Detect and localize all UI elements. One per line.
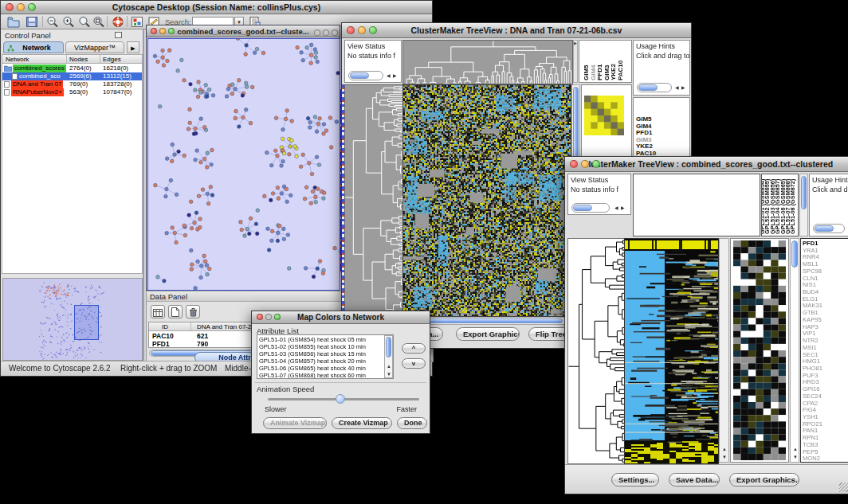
network-row-dna-tran[interactable]: DNA and Tran 07 769(0) 183728(0)	[2, 80, 142, 88]
zoom-heatmap-canvas[interactable]	[733, 240, 786, 460]
export-graphics-button[interactable]: Export Graphics...	[456, 327, 520, 341]
resize-grip[interactable]	[839, 483, 848, 492]
attribute-list-item[interactable]: GPL51-02 (GSM855) heat shock 10 min	[257, 343, 383, 350]
network-overview[interactable]	[2, 278, 143, 361]
zoom-button[interactable]	[274, 314, 281, 320]
heatmap-canvas[interactable]	[402, 84, 571, 317]
scroll-right-icon[interactable]: ▶	[621, 203, 625, 213]
close-button[interactable]	[6, 3, 14, 11]
network-row-combined-scores[interactable]: combined_scores 2764(0) 16218(0)	[2, 64, 142, 72]
float-panel-icon[interactable]	[115, 32, 122, 38]
tab-network[interactable]: Network	[3, 41, 64, 53]
scroll-right-icon[interactable]: ▶	[393, 71, 397, 80]
attribute-list-scrollbar[interactable]: ▲ ▼	[384, 335, 393, 378]
overview-canvas[interactable]	[3, 279, 142, 360]
zoom-button[interactable]	[332, 29, 338, 36]
col-edges[interactable]: Edges	[103, 55, 121, 64]
column-dendrogram-area[interactable]	[633, 174, 760, 236]
new-attribute-button[interactable]	[168, 305, 183, 318]
settings-button[interactable]: Settings...	[611, 473, 659, 486]
col-network[interactable]: Network	[6, 55, 29, 64]
zoom-in-icon[interactable]	[62, 16, 75, 28]
row-dendrogram-canvas[interactable]	[344, 84, 403, 317]
dialog-title-bar[interactable]: Map Colors to Network	[252, 311, 430, 324]
correlation-matrix-canvas[interactable]	[584, 96, 624, 135]
move-up-button[interactable]: ^	[402, 343, 426, 354]
done-button[interactable]: Done	[397, 417, 427, 429]
column-label[interactable]: PFD1	[596, 64, 603, 80]
column-labels-vscrollbar[interactable]	[799, 174, 808, 236]
scroll-left-icon[interactable]: ◀	[387, 71, 391, 80]
tab-vizmapper[interactable]: VizMapper™	[65, 41, 124, 53]
close-button[interactable]	[314, 29, 320, 36]
animation-speed-slider[interactable]	[268, 398, 419, 400]
column-label[interactable]: YKE2	[610, 64, 617, 80]
row-dendrogram-canvas[interactable]	[567, 238, 625, 464]
global-heatmap-canvas[interactable]	[624, 238, 719, 464]
minimize-button[interactable]	[159, 28, 166, 34]
column-label[interactable]: GPL51-08 (GSM872)	[789, 179, 796, 234]
column-label[interactable]: PAC10	[617, 61, 624, 80]
scroll-down-icon[interactable]: ▼	[793, 452, 798, 462]
slider-thumb[interactable]	[336, 394, 345, 404]
treeview2-title-bar[interactable]: ClusterMaker TreeView : combined_scores_…	[565, 157, 848, 172]
status-scrollbar[interactable]	[348, 71, 383, 80]
network-row-rnapuber[interactable]: RNAPuberNov2+ 563(0) 107847(0)	[2, 88, 142, 96]
id-column-header[interactable]: ID	[162, 322, 168, 331]
col-nodes[interactable]: Nodes	[69, 55, 88, 64]
select-attributes-button[interactable]	[151, 305, 165, 318]
export-graphics-button[interactable]: Export Graphics...	[729, 473, 799, 486]
scroll-left-icon[interactable]: ◀	[614, 203, 618, 213]
scroll-down-icon[interactable]: ▼	[387, 369, 391, 379]
overview-viewport-rect[interactable]	[74, 305, 99, 340]
zoom-button[interactable]	[369, 26, 377, 34]
save-icon[interactable]	[26, 16, 38, 28]
dendrogram-splitter[interactable]: ▶	[573, 40, 578, 83]
delete-attribute-button[interactable]	[186, 305, 200, 318]
move-down-button[interactable]: v	[402, 358, 426, 369]
global-vscrollbar[interactable]: ▲ ▼	[719, 238, 729, 463]
zoom-fit-icon[interactable]	[78, 16, 91, 28]
main-title-bar[interactable]: Cytoscape Desktop (Session Name: collins…	[1, 1, 432, 14]
minimize-button[interactable]	[358, 26, 366, 34]
gene-list-vscrollbar[interactable]: ▲ ▼	[790, 238, 799, 463]
minimize-button[interactable]	[581, 160, 589, 168]
close-button[interactable]	[151, 28, 157, 34]
minimize-button[interactable]	[17, 3, 25, 11]
network-frame[interactable]: combined_scores_good.txt--cluste...	[146, 25, 340, 291]
zoom-button[interactable]	[168, 28, 175, 34]
status-scrollbar[interactable]	[571, 203, 610, 213]
zoom-button[interactable]	[592, 160, 600, 168]
column-dendrogram-canvas[interactable]	[402, 40, 573, 84]
treeview1-title-bar[interactable]: ClusterMaker TreeView : DNA and Tran 07-…	[342, 23, 691, 38]
minimize-button[interactable]	[323, 29, 329, 36]
attribute-list-item[interactable]: GPL51-07 (GSM868) heat shock 60 min	[257, 372, 383, 379]
minimize-button[interactable]	[265, 314, 272, 320]
scroll-down-icon[interactable]: ▼	[722, 452, 727, 462]
save-data-button[interactable]: Save Data...	[669, 473, 720, 486]
hints-scrollbar[interactable]	[813, 224, 845, 233]
hints-scrollbar[interactable]	[637, 83, 672, 92]
open-file-icon[interactable]	[7, 16, 20, 28]
animate-vizmap-button[interactable]: Animate Vizmap	[263, 417, 327, 429]
gene-label[interactable]: MON2	[801, 455, 848, 463]
zoom-out-icon[interactable]	[46, 16, 59, 28]
tab-overflow-button[interactable]: ▶	[127, 41, 139, 53]
zoom-button[interactable]	[28, 3, 36, 11]
attribute-list-item[interactable]: GPL51-03 (GSM856) heat shock 15 min	[257, 350, 383, 357]
scroll-right-icon[interactable]: ▶	[681, 83, 685, 92]
help-lifesaver-icon[interactable]	[112, 16, 124, 28]
vizmapper-icon[interactable]	[131, 16, 143, 28]
column-label[interactable]: GIM5	[583, 64, 590, 80]
close-button[interactable]	[570, 160, 578, 168]
create-vizmap-button[interactable]: Create Vizmap	[332, 417, 392, 429]
attribute-list-item[interactable]: GPL51-01 (GSM854) heat shock 05 min	[257, 336, 383, 343]
close-button[interactable]	[257, 314, 263, 320]
attribute-list-item[interactable]: GPL51-06 (GSM865) heat shock 40 min	[257, 365, 383, 372]
zoom-selected-icon[interactable]	[92, 16, 105, 28]
scroll-left-icon[interactable]: ◀	[675, 83, 679, 92]
network-view-canvas[interactable]	[147, 38, 340, 291]
close-button[interactable]	[347, 26, 355, 34]
network-row-combined-sco[interactable]: combined_sco 2569(6) 13112(15)	[2, 72, 142, 80]
attribute-list-item[interactable]: GPL51-04 (GSM857) heat shock 20 min	[257, 357, 383, 365]
